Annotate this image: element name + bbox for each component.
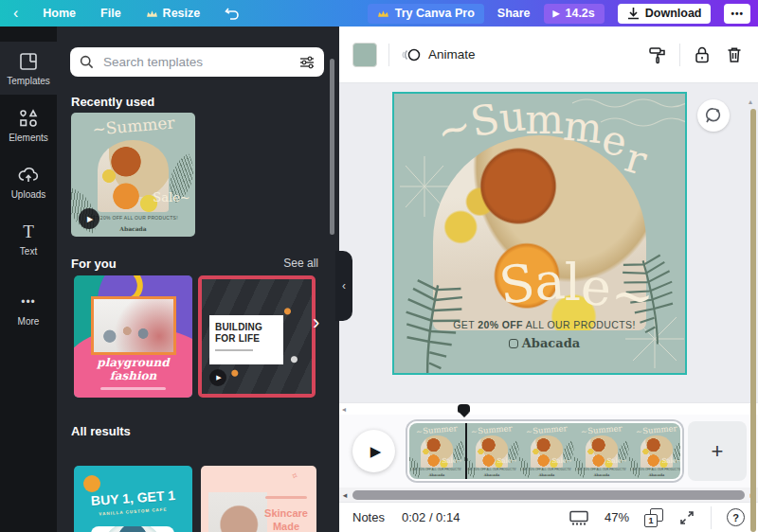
brand-logo-icon — [509, 339, 518, 348]
sparkle-icon: ✧ — [288, 470, 305, 487]
playhead-marker[interactable] — [458, 404, 470, 417]
notes-button[interactable]: Notes — [352, 510, 385, 524]
workspace: Animate — [339, 27, 758, 532]
search-input[interactable] — [101, 54, 292, 70]
timeline-frame[interactable]: ~Summer Sale~ GET 20% OFF ALL OUR PRODUC… — [574, 423, 629, 479]
horizontal-scrollbar[interactable]: ◂ ▸ — [339, 488, 758, 502]
scroll-left-icon[interactable]: ◂ — [342, 405, 346, 414]
all-results-heading: All results — [71, 424, 131, 438]
templates-panel: Recently used ~Summer Sale~ GET 20% OFF … — [57, 27, 339, 532]
video-play-badge: ▶ — [79, 208, 99, 229]
timeline-frame[interactable]: ~Summer Sale~ GET 20% OFF ALL OUR PRODUC… — [464, 423, 519, 479]
kids-photo — [91, 296, 176, 355]
time-indicator: 0:02 / 0:14 — [402, 510, 460, 524]
timeline-frame[interactable]: ~Summer Sale~ GET 20% OFF ALL OUR PRODUC… — [629, 423, 682, 479]
design-text-offer[interactable]: GET 20% OFF ALL OUR PRODUCTS! — [394, 319, 687, 330]
home-button[interactable]: Home — [43, 7, 76, 20]
animate-icon — [401, 46, 422, 63]
template-thumb-skincare[interactable]: ✧ Skincare Made Simple — [201, 466, 316, 532]
sidebar-rail: Templates Elements Uploads T Text ••• Mo… — [0, 27, 57, 532]
badge-decoration — [83, 475, 100, 492]
text-tool-icon: T — [18, 222, 39, 242]
playhead-line — [465, 423, 467, 479]
video-play-badge: ▶ — [209, 369, 226, 386]
sidebar-item-text[interactable]: T Text — [0, 212, 57, 265]
undo-button[interactable] — [225, 7, 240, 20]
pages-button[interactable]: 1 — [644, 508, 663, 527]
timeline-frame[interactable]: ~Summer Sale~ GET 20% OFF ALL OUR PRODUC… — [519, 423, 574, 479]
carousel-next-icon[interactable]: › — [313, 312, 319, 333]
timeline-frame[interactable]: ~Summer Sale~ GET 20% OFF ALL OUR PRODUC… — [409, 423, 464, 479]
design-page[interactable]: ~Summer Sale~ GET 20% OFF ALL OUR PRODUC… — [392, 92, 687, 375]
file-menu[interactable]: File — [100, 7, 121, 20]
zoom-level[interactable]: 47% — [605, 510, 629, 524]
more-options-button[interactable]: ••• — [724, 4, 750, 24]
scroll-up-icon[interactable]: ▴ — [749, 98, 752, 106]
download-button[interactable]: Download — [618, 4, 712, 24]
timeline-play-button[interactable]: ▶ — [352, 430, 395, 472]
model-photo — [208, 492, 267, 532]
duration-view-icon[interactable] — [568, 510, 589, 525]
search-icon — [80, 55, 94, 69]
filter-sliders-icon[interactable] — [299, 56, 315, 69]
trash-icon[interactable] — [724, 44, 745, 65]
timeline: ▶ ~Summer Sale~ GET 20% OFF ALL OUR PROD… — [339, 415, 758, 488]
sidebar-item-elements[interactable]: Elements — [0, 98, 57, 151]
collapse-chevron-icon: ‹ — [342, 279, 346, 293]
top-menu-bar: ‹ Home File Resize Try Canva Pro Share ▶… — [0, 0, 758, 27]
help-button[interactable]: ? — [727, 508, 745, 526]
add-page-button[interactable]: + — [688, 421, 747, 481]
status-bar: Notes 0:02 / 0:14 47% 1 ? — [339, 502, 758, 532]
canvas-toolbar: Animate — [339, 27, 758, 83]
ellipsis-icon: ••• — [731, 9, 744, 19]
template-thumb-playground-fashion[interactable]: playground fashion — [74, 275, 192, 398]
panel-collapse-handle[interactable]: ‹ — [335, 251, 352, 321]
back-icon[interactable]: ‹ — [13, 6, 18, 21]
sidebar-item-templates[interactable]: Templates — [0, 42, 57, 95]
crown-icon — [146, 9, 158, 19]
background-color-swatch[interactable] — [352, 43, 377, 67]
scrollbar-thumb[interactable] — [352, 490, 745, 500]
download-icon — [627, 7, 640, 20]
preview-play-button[interactable]: ▶ 14.2s — [544, 4, 605, 24]
recently-used-heading: Recently used — [71, 95, 154, 109]
template-thumb-buy1-get1[interactable]: BUY 1, GET 1 VANILLA CUSTOM CAFE — [74, 466, 192, 532]
see-all-link[interactable]: See all — [283, 257, 318, 270]
resize-button[interactable]: Resize — [146, 7, 201, 20]
timeline-clip[interactable]: ~Summer Sale~ GET 20% OFF ALL OUR PRODUC… — [407, 421, 682, 481]
design-brand[interactable]: Abacada — [394, 336, 687, 350]
sidebar-item-uploads[interactable]: Uploads — [0, 155, 57, 208]
template-thumb-summer-sale[interactable]: ~Summer Sale~ GET 20% OFF ALL OUR PRODUC… — [71, 113, 195, 237]
uploads-cloud-icon — [18, 165, 39, 186]
preview-duration: 14.2s — [565, 7, 594, 20]
paint-roller-icon[interactable] — [647, 44, 668, 65]
design-text-summer[interactable]: ~Summer — [400, 96, 683, 143]
undo-icon — [225, 7, 240, 20]
panel-scrollbar[interactable] — [330, 59, 334, 235]
more-dots-icon: ••• — [18, 292, 39, 312]
for-you-heading: For you — [71, 257, 117, 271]
scroll-left-icon[interactable]: ◂ — [339, 490, 351, 500]
crown-icon — [377, 9, 389, 19]
share-button[interactable]: Share — [497, 7, 531, 20]
design-text-sale[interactable]: Sale~ — [460, 253, 687, 312]
lock-icon[interactable] — [692, 44, 713, 65]
canva-editor: ‹ Home File Resize Try Canva Pro Share ▶… — [0, 0, 758, 532]
cake-photo — [91, 526, 174, 532]
templates-icon — [18, 51, 39, 72]
page-number: 1 — [644, 514, 658, 527]
template-thumb-building-for-life[interactable]: BUILDING FOR LIFE ▶ — [198, 275, 316, 398]
animate-button[interactable]: Animate — [401, 46, 476, 63]
canvas-vertical-scrollbar[interactable]: ▴ — [750, 98, 756, 532]
timeline-scrollbar[interactable]: ◂ ▸ — [339, 402, 758, 415]
add-comment-button[interactable] — [697, 99, 730, 132]
try-canva-pro-button[interactable]: Try Canva Pro — [368, 4, 484, 24]
fullscreen-icon[interactable] — [678, 509, 695, 526]
sidebar-item-more[interactable]: ••• More — [0, 282, 57, 335]
elements-icon — [18, 108, 39, 129]
play-icon: ▶ — [553, 9, 560, 18]
template-search-bar[interactable] — [70, 47, 324, 77]
canvas-area[interactable]: ~Summer Sale~ GET 20% OFF ALL OUR PRODUC… — [339, 84, 758, 402]
